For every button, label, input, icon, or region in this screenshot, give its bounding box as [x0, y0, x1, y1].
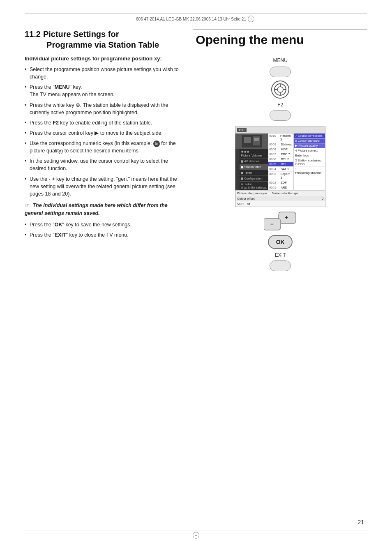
- exit-key-group: EXIT: [270, 252, 291, 271]
- station-table-screenshot: F1↑: [235, 127, 325, 207]
- f2-key-label: F2: [277, 102, 283, 108]
- registration-text: 606 47 2014.A1 LCD-GB MK 22.06.2006 14:1…: [136, 17, 246, 21]
- list-item: Press the "EXIT" key to close the TV men…: [25, 231, 181, 239]
- list-item: Select the programme position whose pict…: [25, 66, 181, 81]
- list-item: Press the cursor control key ▶ to move t…: [25, 129, 181, 137]
- exit-button[interactable]: [270, 260, 291, 271]
- svg-rect-7: [244, 137, 251, 143]
- list-item: Use the corresponding numeric keys (in t…: [25, 140, 181, 154]
- channel-list: 0010Hessen 3 0009Südwest 0008MDR 0007PRO…: [268, 134, 294, 190]
- list-item: Use the - + key to change the setting. "…: [25, 175, 181, 198]
- instruction-list: Select the programme position whose pict…: [25, 66, 181, 198]
- svg-text:–: –: [270, 221, 274, 227]
- section-title-line2: Programme via Station Table: [25, 40, 181, 50]
- f2-button[interactable]: [270, 110, 291, 121]
- note-box: ☞ The individual settings made here whic…: [25, 202, 181, 217]
- list-item: Press the "OK" key to save the new setti…: [25, 221, 181, 228]
- left-column: 11.2 Picture Settings for Programme via …: [25, 29, 189, 526]
- list-item: Press the F2 key to enable editing of th…: [25, 119, 181, 127]
- section-heading: 11.2 Picture Settings for Programme via …: [25, 29, 181, 50]
- tune-icon: [271, 81, 289, 99]
- opening-menu-heading: Opening the menu: [193, 29, 367, 53]
- list-item: Press the white key ⊛. The station table…: [25, 101, 181, 116]
- list-item: In the setting window, use the cursor co…: [25, 157, 181, 172]
- ok-button[interactable]: OK: [268, 235, 293, 249]
- menu-key-group: MENU: [270, 58, 291, 77]
- section-number: 11.2: [25, 29, 41, 39]
- tv-menu-panel: TV-Menü ★★★ Picture-Volume AV devices: [235, 134, 268, 190]
- right-column: Opening the menu MENU F2: [189, 29, 367, 526]
- note-text: The individual settings made here which …: [25, 203, 168, 216]
- registration-mark-top: +: [248, 16, 254, 22]
- plus-minus-icon: + –: [264, 211, 297, 232]
- registration-mark-bottom: +: [193, 532, 199, 539]
- table-footer-vcr: VCR off: [235, 201, 325, 207]
- f2-key-group: F2: [270, 102, 291, 121]
- table-footer-2: Colour offset 0: [235, 196, 325, 201]
- tv-menu-label: TV-Menü: [236, 162, 239, 177]
- f1-badge: F1↑: [237, 128, 247, 132]
- ok-label: OK: [276, 239, 285, 245]
- svg-text:+: +: [285, 214, 288, 221]
- sub-heading: Individual picture settings for programm…: [25, 55, 181, 62]
- svg-rect-9: [254, 138, 259, 141]
- table-footer-1: Picture sharpnessgen. Noise reduction ge…: [235, 190, 325, 196]
- instruction-list-2: Press the "OK" key to save the new setti…: [25, 221, 181, 239]
- right-options-panel: 7 Sound corrections 6 Colour standard ▶ …: [294, 134, 325, 190]
- list-item: Press the "MENU" key.The TV menu appears…: [25, 83, 181, 98]
- svg-point-1: [277, 87, 283, 92]
- menu-button[interactable]: [270, 67, 291, 77]
- exit-key-label: EXIT: [275, 252, 286, 258]
- plus-minus-group: + –: [264, 211, 297, 232]
- section-title-line1: Picture Settings for: [43, 29, 119, 39]
- menu-key-label: MENU: [273, 58, 287, 63]
